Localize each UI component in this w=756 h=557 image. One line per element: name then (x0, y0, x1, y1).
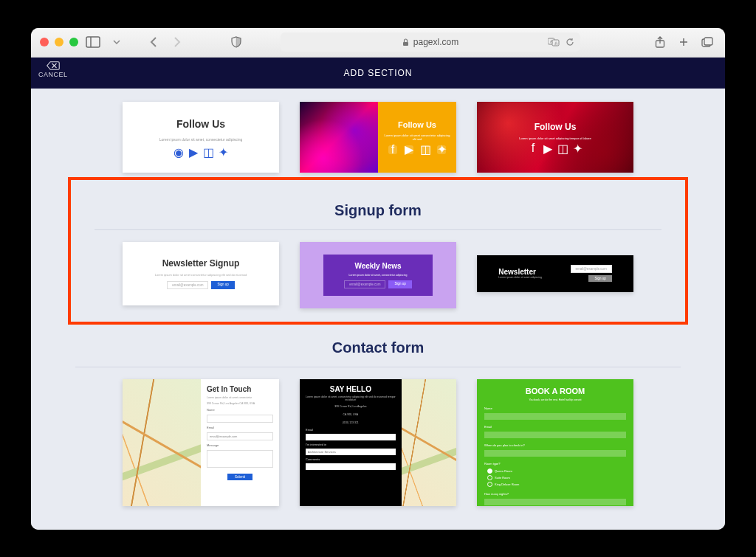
comments-input (306, 463, 396, 470)
instagram-icon: ◫ (559, 145, 566, 152)
name-input (484, 413, 626, 420)
label-nights: How many nights? (484, 492, 626, 496)
page-title: ADD SECTION (343, 68, 412, 78)
svg-text:あ: あ (554, 41, 558, 45)
template-contact-dark[interactable]: SAY HELLO Lorem ipsum dolor sit amet, co… (300, 379, 456, 506)
email-input: email@example.com (571, 265, 612, 273)
youtube-icon: ▶ (190, 149, 197, 156)
content-area: Follow Us Lorem ipsum dolor sit amet, co… (31, 89, 725, 530)
radio-option: Suite Room (487, 475, 626, 480)
facebook-icon: f (529, 145, 537, 152)
card-desc: Lorem ipsum dolor sit amet adipiscing te… (519, 136, 591, 140)
card-title: Get In Touch (207, 385, 273, 393)
lock-icon (402, 38, 409, 46)
template-contact-green[interactable]: BOOK A ROOM You book, we do the rest. Ho… (477, 379, 633, 506)
card-address-2: CA 900, USA (306, 413, 396, 416)
youtube-icon: ▶ (405, 145, 413, 154)
label-interest: I'm interested in (306, 443, 396, 446)
card-title: Follow Us (535, 122, 577, 132)
card-title: Newsletter (498, 268, 542, 276)
label-email: Email (306, 428, 396, 432)
template-contact-map-left[interactable]: Get In Touch Lorem ipsum dolor sit amet … (123, 379, 279, 506)
card-image (300, 102, 378, 173)
back-button[interactable] (145, 33, 162, 51)
divider (94, 229, 662, 230)
twitter-icon: ✦ (574, 145, 581, 152)
facebook-icon: f (388, 145, 397, 154)
social-icons: f ▶ ◫ ✦ (388, 145, 446, 154)
cancel-label: CANCEL (38, 71, 68, 78)
card-address: 399 Crown Rd, Los Angeles (306, 405, 396, 408)
template-row-follow: Follow Us Lorem ipsum dolor sit amet, co… (31, 102, 725, 173)
card-desc: Lorem ipsum dolor sit amet, consectetur … (349, 274, 408, 277)
card-title: SAY HELLO (306, 385, 396, 393)
social-icons: f ▶ ◫ ✦ (529, 145, 581, 152)
template-follow-dark[interactable]: Follow Us Lorem ipsum dolor sit amet adi… (477, 102, 633, 173)
template-row-signup: Newsletter Signup Lorem ipsum dolor sit … (84, 242, 672, 308)
cancel-button[interactable]: CANCEL (38, 60, 68, 78)
divider (75, 367, 681, 367)
name-input (207, 415, 273, 423)
interest-select: Architecture Services (306, 449, 396, 455)
signup-button: Sign up (211, 281, 234, 289)
window-controls (40, 38, 78, 46)
template-follow-split[interactable]: Follow Us Lorem ipsum dolor sit amet con… (300, 102, 456, 173)
svg-rect-9 (704, 38, 712, 45)
radio-option: Queen Room (487, 468, 626, 474)
tabs-overview-button[interactable] (698, 33, 716, 51)
template-signup-light[interactable]: Newsletter Signup Lorem ipsum dolor sit … (123, 242, 279, 305)
card-desc: Lorem ipsum dolor sit amet adipiscing (498, 276, 542, 279)
signup-button: Sign up (588, 275, 611, 282)
email-input (306, 434, 396, 440)
signup-button: Sign up (388, 280, 411, 288)
card-title: Weekly News (354, 262, 401, 270)
label-message: Message (207, 443, 273, 447)
card-desc: Lorem ipsum dolor sit amet, consectetur … (159, 137, 243, 142)
label-email: Email (207, 426, 273, 429)
facebook-icon: ◉ (175, 149, 182, 156)
roomtype-options: Queen Room Suite Room King Deluxe Room (484, 468, 626, 487)
minimize-window-icon[interactable] (55, 38, 63, 46)
radio-option: King Deluxe Room (487, 482, 626, 487)
card-title: Newsletter Signup (162, 258, 240, 269)
section-heading-signup: Signup form (84, 202, 672, 219)
email-input (484, 432, 626, 438)
twitter-icon: ✦ (437, 145, 446, 154)
url-bar[interactable]: pagexl.com Aあ (281, 32, 580, 52)
twitter-icon: ✦ (219, 149, 227, 156)
template-row-contact: Get In Touch Lorem ipsum dolor sit amet … (31, 379, 725, 506)
submit-button: Submit (227, 474, 252, 480)
map-preview (402, 379, 456, 506)
label-name: Name (484, 406, 626, 410)
card-title: Follow Us (398, 120, 436, 129)
email-input: email@example.com (167, 281, 208, 289)
cancel-icon (47, 60, 60, 71)
shield-icon[interactable] (227, 33, 245, 51)
maximize-window-icon[interactable] (69, 38, 78, 46)
reload-icon[interactable] (566, 38, 574, 46)
forward-button[interactable] (168, 33, 186, 51)
email-input: email@example.com (344, 280, 385, 288)
close-window-icon[interactable] (40, 38, 49, 46)
svg-rect-0 (86, 37, 100, 47)
chevron-down-icon[interactable] (108, 33, 126, 51)
email-input: email@example.com (207, 432, 273, 440)
instagram-icon: ◫ (421, 145, 430, 154)
template-signup-dark[interactable]: Newsletter Lorem ipsum dolor sit amet ad… (477, 255, 633, 292)
browser-toolbar: pagexl.com Aあ (31, 28, 725, 58)
translate-icon[interactable]: Aあ (548, 38, 560, 46)
template-follow-light[interactable]: Follow Us Lorem ipsum dolor sit amet, co… (123, 102, 279, 173)
label-checkin: When do you plan to check in? (484, 443, 626, 447)
card-desc: Lorem ipsum dolor sit amet, consectetur … (306, 395, 396, 401)
card-desc: You book, we do the rest. Hotel facility… (484, 398, 626, 401)
label-name: Name (207, 408, 273, 412)
card-phone: (010) 123 321 (306, 421, 396, 424)
map-preview (123, 379, 201, 506)
label-roomtype: Room type? (484, 462, 626, 466)
share-button[interactable] (651, 33, 669, 51)
card-address: 399 Crown Rd, Los Angeles CA 900, USA (207, 402, 273, 405)
card-desc: Lorem ipsum dolor sit amet consectetur a… (155, 273, 247, 277)
template-signup-purple[interactable]: Weekly News Lorem ipsum dolor sit amet, … (300, 242, 456, 308)
sidebar-toggle-button[interactable] (84, 33, 102, 51)
new-tab-button[interactable] (675, 33, 693, 51)
